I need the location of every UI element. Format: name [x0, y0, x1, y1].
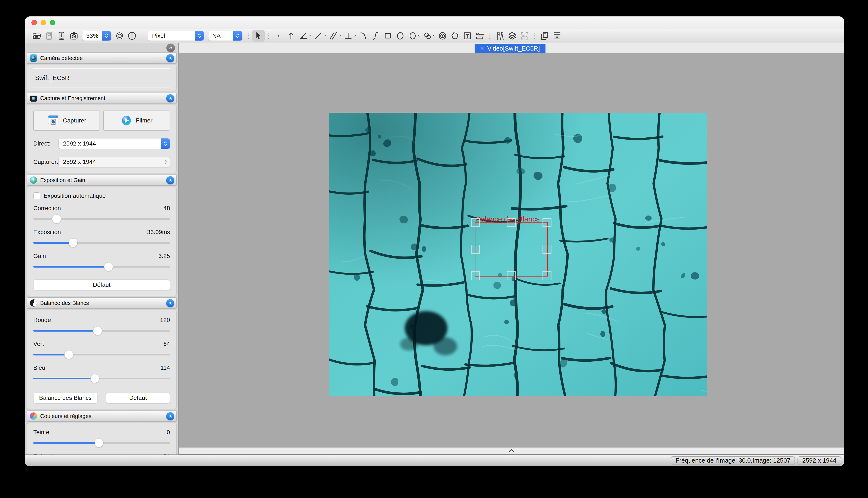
microscope-live-image[interactable]: Balance des Blancs	[329, 113, 707, 396]
info-button[interactable]	[126, 30, 138, 42]
record-button[interactable]: Filmer	[103, 110, 170, 131]
collapse-panel-button[interactable]	[166, 54, 174, 62]
na-select[interactable]: NA	[208, 31, 242, 41]
circle-tool-button[interactable]	[407, 30, 419, 42]
annulus-tool-button[interactable]	[421, 30, 434, 42]
angle-tool-button[interactable]	[297, 30, 309, 42]
chevron-down-icon[interactable]	[338, 34, 342, 38]
polygon-tool-button[interactable]	[449, 30, 461, 42]
zoom-window-button[interactable]	[50, 20, 55, 25]
roi-handle[interactable]	[542, 245, 551, 254]
curve-tool-button[interactable]	[369, 30, 382, 42]
rectangle-tool-button[interactable]	[382, 30, 394, 42]
roi-handle[interactable]	[507, 272, 516, 280]
save-button[interactable]	[43, 30, 55, 42]
collapse-panel-button[interactable]	[166, 94, 174, 102]
copy-button[interactable]	[538, 30, 551, 42]
parallel-lines-tool-button[interactable]	[327, 30, 340, 42]
perpendicular-tool-button[interactable]	[342, 30, 354, 42]
exposure-slider[interactable]	[33, 238, 170, 247]
snap-resolution-stepper-icon[interactable]	[161, 157, 170, 167]
red-slider[interactable]	[33, 326, 170, 335]
panel-colors-header[interactable]: Couleurs et réglages	[27, 410, 177, 422]
zoom-level-select[interactable]: 33%	[82, 31, 111, 41]
slider-thumb[interactable]	[52, 215, 61, 223]
white-balance-roi[interactable]: Balance des Blancs	[475, 222, 548, 276]
saturation-row: Saturation 64	[33, 453, 170, 455]
correction-slider[interactable]	[33, 215, 170, 223]
live-resolution-stepper-icon[interactable]	[161, 139, 170, 149]
blue-row: Bleu 114	[33, 364, 170, 383]
capture-button[interactable]: Capturer	[33, 110, 100, 131]
roi-handle[interactable]	[471, 245, 480, 254]
tab-video[interactable]: × Vidéo[Swift_EC5R]	[475, 44, 546, 53]
slider-thumb[interactable]	[64, 350, 73, 359]
slider-fill	[33, 266, 108, 267]
arc-tool-button[interactable]	[357, 30, 369, 42]
auto-exposure-checkbox[interactable]	[33, 193, 40, 199]
chevron-down-icon[interactable]	[323, 34, 327, 38]
pointer-tool-button[interactable]	[252, 30, 265, 42]
timer-capture-button[interactable]	[68, 30, 80, 42]
white-balance-default-button[interactable]: Défaut	[106, 393, 170, 403]
na-stepper-icon[interactable]	[233, 31, 242, 41]
image-canvas[interactable]: Balance des Blancs	[179, 53, 844, 447]
chevron-down-icon[interactable]	[353, 34, 356, 38]
green-slider[interactable]	[33, 350, 170, 359]
minimize-window-button[interactable]	[41, 20, 46, 25]
concentric-circles-tool-button[interactable]	[436, 30, 449, 42]
collapse-panel-button[interactable]	[166, 412, 174, 420]
roi-handle[interactable]	[471, 218, 480, 227]
panel-white-balance-header[interactable]: Balance des Blancs	[27, 298, 177, 309]
zoom-stepper-icon[interactable]	[102, 31, 111, 41]
collapse-panel-button[interactable]	[166, 299, 174, 307]
chevron-down-icon[interactable]	[418, 34, 421, 38]
roi-handle[interactable]	[542, 272, 551, 280]
slider-thumb[interactable]	[104, 262, 113, 271]
expand-strip[interactable]	[179, 447, 844, 455]
roi-handle[interactable]	[471, 272, 480, 280]
exposure-default-button[interactable]: Défaut	[33, 279, 170, 290]
tab-close-icon[interactable]: ×	[480, 45, 484, 52]
hue-slider[interactable]	[33, 439, 170, 447]
scale-bar-tool-button[interactable]: 10um	[473, 30, 486, 42]
layers-button[interactable]	[506, 30, 518, 42]
live-resolution-select[interactable]: 2592 x 1944	[59, 138, 170, 149]
collapse-panel-button[interactable]	[166, 176, 174, 184]
chevron-down-icon[interactable]	[433, 34, 436, 38]
ellipse-tool-button[interactable]	[394, 30, 407, 42]
snapshot-button[interactable]	[55, 30, 68, 42]
line-tool-button[interactable]	[312, 30, 324, 42]
measure-tool-button[interactable]	[494, 30, 506, 42]
slider-thumb[interactable]	[93, 326, 102, 335]
unit-select[interactable]: Pixel	[148, 31, 204, 41]
toolbar: 33% Pixel NA	[25, 29, 844, 43]
gain-slider[interactable]	[33, 262, 170, 271]
text-tool-button[interactable]	[461, 30, 473, 42]
blue-slider[interactable]	[33, 374, 170, 383]
chevron-down-icon[interactable]	[308, 34, 311, 38]
sidebar-collapse-button[interactable]: «	[166, 43, 175, 52]
point-tool-button[interactable]	[272, 30, 285, 42]
snap-resolution-select[interactable]: 2592 x 1944	[59, 157, 170, 167]
slider-thumb[interactable]	[91, 374, 99, 383]
slider-thumb[interactable]	[94, 439, 103, 447]
arrow-tool-button[interactable]	[285, 30, 297, 42]
roi-handle[interactable]	[542, 218, 551, 227]
slider-thumb[interactable]	[69, 238, 77, 247]
settings-button[interactable]	[113, 30, 126, 42]
pointer-icon	[254, 31, 263, 41]
export-csv-button[interactable]: CSV	[518, 30, 531, 42]
open-file-button[interactable]	[30, 30, 43, 42]
panel-capture-header[interactable]: Capture et Enregistrement	[27, 93, 177, 104]
circle-icon	[408, 31, 418, 41]
parallel-lines-icon	[328, 31, 338, 41]
flatten-button[interactable]	[551, 30, 563, 42]
panel-exposure-header[interactable]: Exposition et Gain	[27, 174, 177, 186]
unit-stepper-icon[interactable]	[195, 31, 204, 41]
white-balance-button[interactable]: Balance des Blancs	[33, 393, 98, 403]
close-window-button[interactable]	[31, 20, 37, 25]
panel-camera-header[interactable]: Caméra détectée	[27, 52, 177, 64]
title-bar[interactable]	[25, 16, 844, 29]
roi-handle[interactable]	[507, 218, 516, 227]
